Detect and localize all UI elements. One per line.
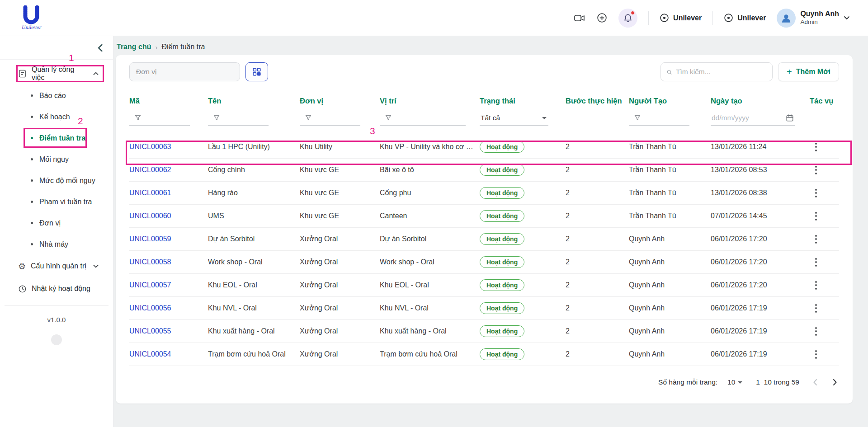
row-code-link[interactable]: UNICL00058 xyxy=(129,258,208,266)
row-unit: Xưởng Oral xyxy=(300,350,380,358)
row-actions-button[interactable] xyxy=(810,140,822,154)
sidebar-item-ke-hoach[interactable]: Kế hoạch xyxy=(0,106,113,127)
sidebar-item-pham-vi-tuan-tra[interactable]: Phạm vi tuần tra xyxy=(0,191,113,212)
add-new-button[interactable]: + Thêm Mới xyxy=(778,62,839,81)
column-header-don-vi[interactable]: Đơn vị xyxy=(300,97,380,105)
sidebar-item-cau-hinh-quan-tri[interactable]: ⚙ Cấu hình quản trị xyxy=(14,258,103,275)
unilever-logo[interactable]: Unilever xyxy=(21,5,42,31)
row-name: Cổng chính xyxy=(208,166,300,174)
notifications-button[interactable] xyxy=(618,9,637,28)
video-icon[interactable] xyxy=(574,13,585,23)
sidebar-item-label: Kế hoạch xyxy=(39,113,70,121)
row-code-link[interactable]: UNICL00060 xyxy=(129,212,208,220)
row-actions-button[interactable] xyxy=(810,163,822,177)
row-steps: 2 xyxy=(566,189,629,197)
row-actions-button[interactable] xyxy=(810,255,822,269)
grid-view-button[interactable] xyxy=(245,62,268,81)
row-actions-button[interactable] xyxy=(810,232,822,246)
row-code-link[interactable]: UNICL00054 xyxy=(129,350,208,358)
sidebar-item-label: Mức độ mối nguy xyxy=(39,177,95,185)
status-badge: Hoạt động xyxy=(480,279,524,291)
row-code-link[interactable]: UNICL00061 xyxy=(129,189,208,197)
column-header-vi-tri[interactable]: Vị trí xyxy=(380,97,480,105)
row-creator: Quynh Anh xyxy=(629,304,711,312)
row-unit: Khu vực GE xyxy=(300,189,380,197)
table-row[interactable]: UNICL00061 Hàng rào Khu vực GE Cổng phụ … xyxy=(129,182,839,205)
table-row[interactable]: UNICL00058 Work shop - Oral Xưởng Oral W… xyxy=(129,251,839,274)
filter-ten[interactable] xyxy=(208,115,269,126)
row-actions-button[interactable] xyxy=(810,278,822,292)
tasks-icon xyxy=(18,69,27,78)
sidebar-item-bao-cao[interactable]: Báo cáo xyxy=(0,85,113,106)
row-created-date: 06/01/2026 17:19 xyxy=(711,350,810,358)
user-role: Admin xyxy=(800,19,839,26)
main-content: Trang chủ › Điểm tuần tra xyxy=(113,36,868,427)
table-row[interactable]: UNICL00056 Khu NVL - Oral Xưởng Oral Khu… xyxy=(129,297,839,320)
sidebar-item-nha-may[interactable]: Nhà máy xyxy=(0,234,113,255)
date-filter-input[interactable]: dd/mm/yyyy xyxy=(711,114,795,126)
pagination-range: 1–10 trong 59 xyxy=(756,378,799,386)
column-header-nguoi-tao[interactable]: Người Tạo xyxy=(629,97,711,105)
column-header-ma[interactable]: Mã xyxy=(129,97,208,105)
column-header-ngay-tao[interactable]: Ngày tạo xyxy=(711,97,810,105)
row-creator: Quynh Anh xyxy=(629,258,711,266)
status-badge: Hoạt động xyxy=(480,164,524,176)
table-row[interactable]: UNICL00060 UMS Khu vực GE Canteen Hoạt đ… xyxy=(129,205,839,228)
table-row[interactable]: UNICL00054 Trạm bơm cứu hoả Oral Xưởng O… xyxy=(129,343,839,366)
unit-filter-input[interactable] xyxy=(129,62,240,81)
add-circle-icon[interactable] xyxy=(596,12,608,23)
sidebar-item-nhat-ky-hoat-dong[interactable]: Nhật ký hoạt động xyxy=(14,280,103,297)
rows-per-page-label: Số hàng mỗi trang: xyxy=(658,378,717,386)
row-code-link[interactable]: UNICL00057 xyxy=(129,281,208,289)
filter-ma[interactable] xyxy=(129,115,190,126)
row-creator: Trần Thanh Tú xyxy=(629,189,711,197)
row-creator: Quynh Anh xyxy=(629,281,711,289)
table-row[interactable]: UNICL00059 Dự án Sorbitol Xưởng Oral Dự … xyxy=(129,228,839,251)
table-row[interactable]: UNICL00063 Lầu 1 HPC (Unility) Khu Utili… xyxy=(129,136,839,159)
status-badge: Hoạt động xyxy=(480,256,524,268)
row-code-link[interactable]: UNICL00055 xyxy=(129,327,208,335)
column-header-buoc-thuc-hien[interactable]: Bước thực hiện xyxy=(566,97,629,105)
filter-don-vi[interactable] xyxy=(300,115,360,126)
status-filter-select[interactable]: Tất cả xyxy=(480,114,548,126)
row-actions-button[interactable] xyxy=(810,347,822,361)
sidebar-item-don-vi[interactable]: Đơn vị xyxy=(0,212,113,234)
calendar-icon xyxy=(786,114,794,122)
org-selector-secondary[interactable]: Unilever xyxy=(724,13,766,23)
table-row[interactable]: UNICL00057 Khu EOL - Oral Xưởng Oral Khu… xyxy=(129,274,839,297)
bullet-icon xyxy=(31,243,33,245)
sidebar-item-label: Đơn vị xyxy=(39,219,61,227)
sidebar-collapse-button[interactable] xyxy=(97,44,103,52)
row-actions-button[interactable] xyxy=(810,209,822,223)
search-input[interactable] xyxy=(676,68,766,76)
row-code-link[interactable]: UNICL00062 xyxy=(129,166,208,174)
sidebar-item-quan-ly-cong-viec[interactable]: Quản lý công việc xyxy=(14,65,103,82)
org-selector-primary[interactable]: Unilever xyxy=(660,13,702,23)
column-header-ten[interactable]: Tên xyxy=(208,97,300,105)
bullet-icon xyxy=(31,201,33,203)
filter-icon xyxy=(213,115,220,121)
filter-nguoi-tao[interactable] xyxy=(629,115,689,126)
rows-per-page-select[interactable]: 10 xyxy=(727,378,742,386)
row-actions-button[interactable] xyxy=(810,301,822,315)
sidebar-item-diem-tuan-tra[interactable]: Điểm tuần tra xyxy=(0,127,113,149)
filter-icon xyxy=(634,115,641,121)
filter-vi-tri[interactable] xyxy=(380,115,466,126)
next-page-button[interactable] xyxy=(833,379,837,386)
table-row[interactable]: UNICL00055 Khu xuất hàng - Oral Xưởng Or… xyxy=(129,320,839,343)
svg-text:Unilever: Unilever xyxy=(21,25,42,30)
table-toolbar: + Thêm Mới xyxy=(129,55,839,81)
row-code-link[interactable]: UNICL00056 xyxy=(129,304,208,312)
sidebar-item-muc-do-moi-nguy[interactable]: Mức độ mối nguy xyxy=(0,170,113,191)
column-header-trang-thai[interactable]: Trạng thái xyxy=(480,97,566,105)
row-code-link[interactable]: UNICL00063 xyxy=(129,143,208,151)
previous-page-button[interactable] xyxy=(813,379,817,386)
user-menu[interactable]: Quynh Anh Admin xyxy=(777,9,850,28)
breadcrumb-home-link[interactable]: Trang chủ xyxy=(117,43,151,51)
row-code-link[interactable]: UNICL00059 xyxy=(129,235,208,243)
row-steps: 2 xyxy=(566,281,629,289)
table-row[interactable]: UNICL00062 Cổng chính Khu vực GE Bãi xe … xyxy=(129,159,839,182)
row-actions-button[interactable] xyxy=(810,324,822,338)
sidebar-item-moi-nguy[interactable]: Mối nguy xyxy=(0,149,113,170)
row-actions-button[interactable] xyxy=(810,186,822,200)
